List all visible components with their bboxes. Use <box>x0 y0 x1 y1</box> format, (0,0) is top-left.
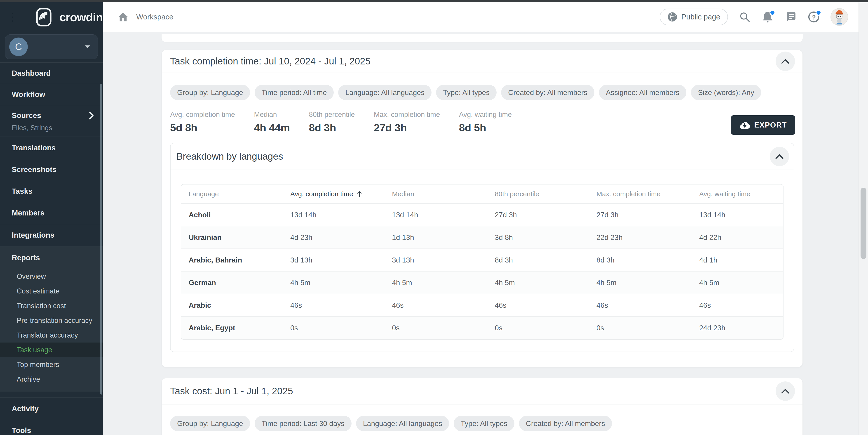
filter-group-by[interactable]: Group by: Language <box>170 85 250 100</box>
search-icon[interactable] <box>738 11 751 23</box>
sidebar-item-reports[interactable]: Reports <box>0 246 103 269</box>
topbar: Workspace Public page ? <box>103 2 859 32</box>
sidebar-item-reports-cost-estimate[interactable]: Cost estimate <box>0 284 103 298</box>
window-top-strip <box>0 0 868 2</box>
home-icon[interactable] <box>117 11 129 23</box>
table-row-ukrainian: Ukrainian 4d 23h 1d 13h 3d 8h 22d 23h 4d… <box>181 226 783 249</box>
task-cost-body: Group by: Language Time period: Last 30 … <box>162 416 803 431</box>
stat-avg-completion-time: Avg. completion time 5d 8h <box>170 111 235 134</box>
main-content: Task completion time: Jul 10, 2024 - Jul… <box>103 32 859 435</box>
sidebar-item-workflow[interactable]: Workflow <box>0 84 103 105</box>
globe-icon <box>668 12 677 22</box>
table-row-arabic: Arabic 46s 46s 46s 46s 46s <box>181 294 783 317</box>
chevron-up-icon <box>781 389 789 394</box>
filter-created-by[interactable]: Created by: All members <box>501 85 594 100</box>
filter-type[interactable]: Type: All types <box>454 416 514 431</box>
sidebar-item-screenshots[interactable]: Screenshots <box>0 159 103 180</box>
chevron-up-icon <box>781 59 789 64</box>
sidebar-item-tools[interactable]: Tools <box>0 419 103 435</box>
help-icon[interactable]: ? <box>807 11 820 23</box>
breakdown-header: Breakdown by languages <box>170 143 794 170</box>
filter-time-period[interactable]: Time period: All time <box>255 85 334 100</box>
chat-icon[interactable] <box>784 11 797 23</box>
filter-type[interactable]: Type: All types <box>436 85 497 100</box>
filter-language[interactable]: Language: All languages <box>356 416 450 431</box>
sidebar-item-sources[interactable]: Sources Files, Strings <box>0 105 103 137</box>
task-completion-body: Group by: Language Time period: All time… <box>162 85 803 352</box>
chevron-up-icon <box>775 154 783 159</box>
filter-assignee[interactable]: Assignee: All members <box>599 85 686 100</box>
page-scrollbar-thumb[interactable] <box>861 187 866 259</box>
table-header-row: Language Avg. completion time Median 80t… <box>181 184 783 203</box>
sidebar-item-reports-top-members[interactable]: Top members <box>0 357 103 372</box>
chevron-right-icon <box>89 112 94 120</box>
task-completion-stats: Avg. completion time 5d 8h Median 4h 44m… <box>170 111 794 134</box>
column-max-completion-time[interactable]: Max. completion time <box>589 184 692 203</box>
public-page-button[interactable]: Public page <box>660 8 728 25</box>
collapse-task-cost-button[interactable] <box>776 381 795 401</box>
filter-created-by[interactable]: Created by: All members <box>519 416 612 431</box>
task-cost-card: Task cost: Jun 1 - Jul 1, 2025 Group by:… <box>161 378 803 435</box>
user-avatar[interactable] <box>831 8 848 26</box>
sidebar-item-reports-archive[interactable]: Archive <box>0 372 103 387</box>
sort-ascending-icon <box>357 191 362 197</box>
column-median[interactable]: Median <box>384 184 487 203</box>
sidebar-item-tasks[interactable]: Tasks <box>0 180 103 202</box>
sidebar-reports-group: Reports Overview Cost estimate Translati… <box>0 246 103 392</box>
sidebar-item-reports-overview[interactable]: Overview <box>0 269 103 284</box>
column-avg-completion-time[interactable]: Avg. completion time <box>283 184 384 203</box>
export-button[interactable]: EXPORT <box>731 115 795 135</box>
column-avg-waiting-time[interactable]: Avg. waiting time <box>692 184 783 203</box>
sidebar-item-integrations[interactable]: Integrations <box>0 224 103 246</box>
stat-median: Median 4h 44m <box>254 111 290 134</box>
sidebar-item-dashboard[interactable]: Dashboard <box>0 63 103 84</box>
sidebar-item-sources-subtitle: Files, Strings <box>12 124 94 132</box>
page-scrollbar[interactable] <box>859 2 868 435</box>
sidebar-header: crowdin <box>0 2 103 32</box>
filter-size-words[interactable]: Size (words): Any <box>691 85 761 100</box>
cloud-download-icon <box>739 121 750 129</box>
sidebar-item-members[interactable]: Members <box>0 202 103 224</box>
crowdin-logo[interactable]: crowdin <box>34 7 103 27</box>
notification-badge <box>770 10 775 16</box>
task-completion-title: Task completion time: Jul 10, 2024 - Jul… <box>170 56 371 67</box>
task-cost-header: Task cost: Jun 1 - Jul 1, 2025 <box>162 378 803 404</box>
breadcrumb: Workspace <box>117 11 173 23</box>
svg-text:?: ? <box>812 14 815 21</box>
collapse-task-completion-button[interactable] <box>776 52 795 71</box>
sidebar-nav: Dashboard Workflow Sources Files, String… <box>0 63 103 435</box>
breakdown-table: Language Avg. completion time Median 80t… <box>181 184 783 340</box>
table-row-german: German 4h 5m 4h 5m 4h 5m 4h 5m 4h 5m <box>181 271 783 294</box>
brand-wordmark: crowdin <box>59 10 103 24</box>
breadcrumb-workspace[interactable]: Workspace <box>136 13 173 21</box>
filter-group-by[interactable]: Group by: Language <box>170 416 250 431</box>
sidebar: crowdin C Dashboard Workflow Sources Fil… <box>0 2 103 435</box>
breakdown-by-languages-card: Breakdown by languages Language <box>170 143 794 352</box>
caret-down-icon <box>85 46 90 48</box>
sidebar-item-translations[interactable]: Translations <box>0 137 103 159</box>
task-completion-header: Task completion time: Jul 10, 2024 - Jul… <box>162 50 803 73</box>
task-cost-filters: Group by: Language Time period: Last 30 … <box>170 416 794 431</box>
project-selector[interactable]: C <box>5 34 98 59</box>
sidebar-item-reports-translator-accuracy[interactable]: Translator accuracy <box>0 328 103 343</box>
collapsed-card-bottom <box>161 34 803 42</box>
sidebar-item-reports-translation-cost[interactable]: Translation cost <box>0 298 103 313</box>
sidebar-scrollbar-thumb[interactable] <box>100 84 102 395</box>
project-avatar: C <box>9 37 28 56</box>
sidebar-item-activity[interactable]: Activity <box>0 398 103 419</box>
column-80th-percentile[interactable]: 80th percentile <box>487 184 589 203</box>
collapse-breakdown-button[interactable] <box>770 147 789 166</box>
bell-icon[interactable] <box>762 11 774 23</box>
stat-avg-waiting-time: Avg. waiting time 8d 5h <box>459 111 512 134</box>
stat-80th-percentile: 80th percentile 8d 3h <box>309 111 355 134</box>
stat-max-completion-time: Max. completion time 27d 3h <box>374 111 440 134</box>
task-completion-card: Task completion time: Jul 10, 2024 - Jul… <box>161 50 803 367</box>
sidebar-item-reports-task-usage[interactable]: Task usage <box>0 343 103 357</box>
help-badge <box>815 10 822 16</box>
topbar-actions: Public page ? <box>660 8 848 26</box>
filter-language[interactable]: Language: All languages <box>338 85 432 100</box>
filter-time-period[interactable]: Time period: Last 30 days <box>255 416 351 431</box>
column-language[interactable]: Language <box>181 184 283 203</box>
sidebar-item-reports-pre-translation-accuracy[interactable]: Pre-translation accuracy <box>0 313 103 328</box>
table-row-acholi: Acholi 13d 14h 13d 14h 27d 3h 27d 3h 13d… <box>181 203 783 226</box>
